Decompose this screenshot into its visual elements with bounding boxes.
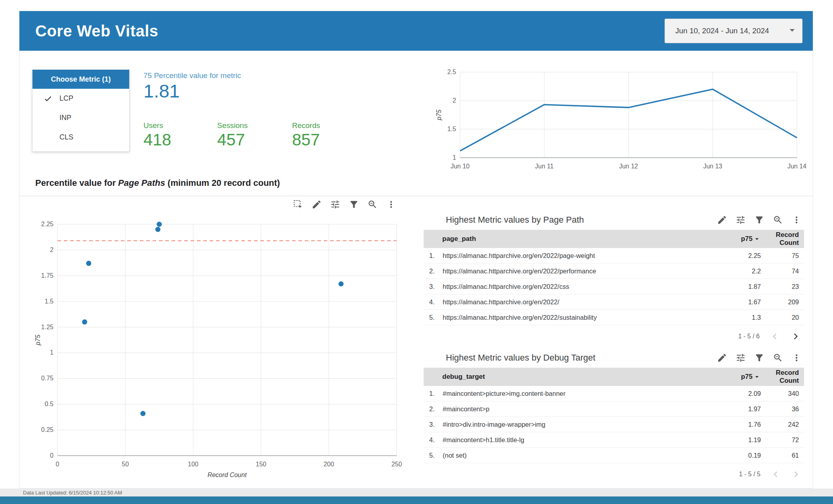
edit-icon[interactable] xyxy=(311,199,322,210)
record-count-cell: 72 xyxy=(761,436,799,444)
row-index: 2. xyxy=(429,405,443,413)
table-row[interactable]: 4.https://almanac.httparchive.org/en/202… xyxy=(424,294,804,310)
edit-icon[interactable] xyxy=(717,353,727,363)
metric-selector: Choose Metric (1) LCP INP CLS xyxy=(32,69,130,152)
p75-timeseries-chart[interactable]: 11.522.5Jun 10Jun 11Jun 12Jun 13Jun 14p7… xyxy=(435,67,803,174)
more-options-icon[interactable] xyxy=(791,353,802,363)
debug-target-cell: #intro>div.intro-image-wrapper>img xyxy=(443,421,713,428)
edit-icon[interactable] xyxy=(717,215,727,225)
p75-cell: 1.76 xyxy=(713,421,761,428)
table-row[interactable]: 4.#maincontent>h1.title.title-lg1.1972 xyxy=(424,432,804,448)
svg-text:p75: p75 xyxy=(34,335,41,346)
column-header-p75[interactable]: p75 xyxy=(713,235,761,243)
column-header-label: p75 xyxy=(741,373,753,381)
table-row[interactable]: 3.#intro>div.intro-image-wrapper>img1.76… xyxy=(424,417,804,432)
metric-option-cls[interactable]: CLS xyxy=(32,128,129,147)
scorecard-value: 418 xyxy=(143,132,171,149)
table-toolbar-icons xyxy=(717,353,804,363)
column-header-p75[interactable]: p75 xyxy=(713,373,761,381)
svg-text:1.75: 1.75 xyxy=(41,272,53,279)
svg-text:p75: p75 xyxy=(436,110,442,121)
record-count-cell: 74 xyxy=(761,267,799,275)
row-index: 4. xyxy=(429,298,443,306)
debug-target-cell: #maincontent>h1.title.title-lg xyxy=(443,436,713,444)
section-title-suffix: (minimum 20 record count) xyxy=(165,178,280,188)
scorecard-percentile: 75 Percentile value for metric 1.81 xyxy=(143,71,241,101)
svg-text:1.25: 1.25 xyxy=(41,324,53,330)
zoom-icon[interactable] xyxy=(773,353,783,363)
p75-cell: 2.2 xyxy=(713,267,761,275)
svg-text:Jun 10: Jun 10 xyxy=(451,163,470,170)
percentile-scatter-chart[interactable]: 00.250.50.7511.251.51.7522.2505010015020… xyxy=(34,217,406,483)
zoom-icon[interactable] xyxy=(773,215,783,225)
debug-target-table: Highest Metric values by Debug Target de… xyxy=(424,349,804,484)
p75-cell: 1.3 xyxy=(713,314,761,321)
record-count-cell: 340 xyxy=(761,390,799,397)
row-index: 5. xyxy=(429,314,443,321)
svg-text:Jun 13: Jun 13 xyxy=(703,163,722,170)
prev-page-icon xyxy=(770,469,781,480)
date-range-value: Jun 10, 2024 - Jun 14, 2024 xyxy=(675,27,769,35)
metric-option-label: CLS xyxy=(59,133,73,141)
filter-icon[interactable] xyxy=(754,353,764,363)
svg-text:2.25: 2.25 xyxy=(41,221,53,227)
svg-text:0: 0 xyxy=(56,461,59,468)
row-index: 1. xyxy=(429,252,443,260)
table-row[interactable]: 1.#maincontent>picture>img.content-banne… xyxy=(424,386,804,401)
table-row[interactable]: 2.#maincontent>p1.9736 xyxy=(424,401,804,417)
more-options-icon[interactable] xyxy=(791,215,802,225)
sort-caret-icon xyxy=(753,235,761,243)
table-title: Highest Metric values by Page Path xyxy=(446,215,584,225)
filter-icon[interactable] xyxy=(754,215,764,225)
record-count-cell: 75 xyxy=(761,252,799,260)
filter-icon[interactable] xyxy=(349,199,359,210)
debug-target-cell: #maincontent>p xyxy=(443,405,713,413)
row-index: 2. xyxy=(429,267,443,275)
svg-text:0: 0 xyxy=(50,452,53,459)
column-header-label: p75 xyxy=(741,235,753,243)
column-header-record-count[interactable]: Record Count xyxy=(761,231,799,246)
p75-cell: 1.87 xyxy=(713,283,761,290)
svg-text:250: 250 xyxy=(392,461,402,468)
scorecard-label: 75 Percentile value for metric xyxy=(143,71,241,80)
table-row[interactable]: 3.https://almanac.httparchive.org/en/202… xyxy=(424,279,804,294)
scorecard-value: 457 xyxy=(217,132,248,149)
table-row[interactable]: 5.(not set)0.1961 xyxy=(424,448,804,463)
date-range-picker[interactable]: Jun 10, 2024 - Jun 14, 2024 xyxy=(665,19,802,43)
header-bar: Core Web Vitals Jun 10, 2024 - Jun 14, 2… xyxy=(19,11,813,51)
p75-cell: 2.09 xyxy=(713,390,761,397)
last-updated-text: Data Last Updated: 6/15/2024 10:12:50 AM xyxy=(23,490,122,496)
metric-selector-header[interactable]: Choose Metric (1) xyxy=(32,70,129,89)
column-header-record-count[interactable]: Record Count xyxy=(761,369,799,384)
metric-option-inp[interactable]: INP xyxy=(32,108,129,128)
column-header-page-path[interactable]: page_path xyxy=(429,235,713,243)
column-header-debug-target[interactable]: debug_target xyxy=(429,373,713,381)
marquee-select-icon[interactable] xyxy=(293,199,303,210)
table-row[interactable]: 5.https://almanac.httparchive.org/en/202… xyxy=(424,310,804,325)
p75-cell: 1.97 xyxy=(713,405,761,413)
zoom-icon[interactable] xyxy=(367,199,378,210)
next-page-icon[interactable] xyxy=(790,330,802,342)
scorecard-value: 857 xyxy=(292,132,320,149)
record-count-cell: 242 xyxy=(761,421,799,428)
table-toolbar-icons xyxy=(717,215,804,225)
svg-text:Jun 14: Jun 14 xyxy=(787,163,806,170)
more-options-icon[interactable] xyxy=(386,199,396,210)
page-path-cell: https://almanac.httparchive.org/en/2022/… xyxy=(443,252,713,260)
tune-icon[interactable] xyxy=(736,353,746,363)
tune-icon[interactable] xyxy=(736,215,746,225)
caret-down-icon xyxy=(786,24,798,38)
pagination-range: 1 - 5 / 5 xyxy=(739,471,760,478)
svg-text:2: 2 xyxy=(50,246,53,253)
table-title: Highest Metric values by Debug Target xyxy=(446,353,595,363)
table-row[interactable]: 2.https://almanac.httparchive.org/en/202… xyxy=(424,263,804,279)
tune-icon[interactable] xyxy=(330,199,340,210)
page-path-table: Highest Metric values by Page Path page_… xyxy=(424,212,804,346)
table-header-row: page_path p75 Record Count xyxy=(424,230,804,248)
row-index: 4. xyxy=(429,436,443,444)
scorecard-label: Users xyxy=(143,121,171,130)
metric-option-lcp[interactable]: LCP xyxy=(32,89,129,108)
table-row[interactable]: 1.https://almanac.httparchive.org/en/202… xyxy=(424,248,804,263)
record-count-cell: 61 xyxy=(761,452,799,459)
section-divider xyxy=(19,196,813,196)
